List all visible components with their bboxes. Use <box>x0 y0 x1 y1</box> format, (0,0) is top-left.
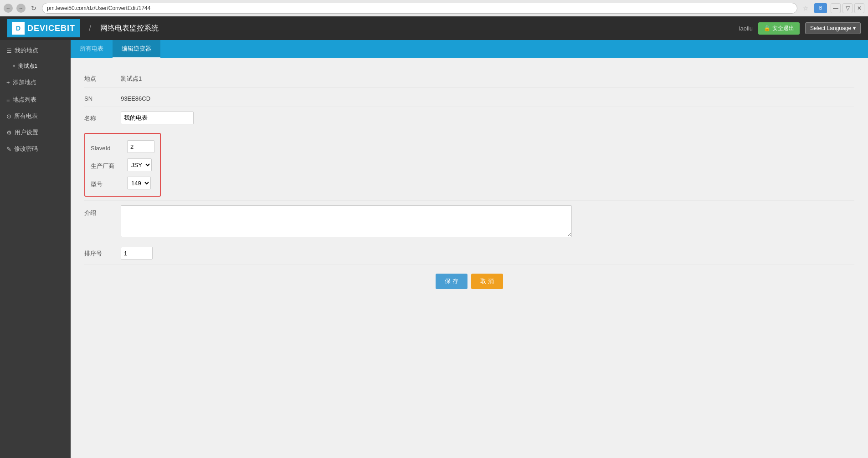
header-title: 网络电表监控系统 <box>100 24 159 33</box>
desc-textarea[interactable] <box>121 205 572 237</box>
form-row-order: 排序号 <box>84 242 854 265</box>
sidebar-item-my-sites[interactable]: 我的地点 <box>0 42 71 58</box>
sidebar-item-test-site[interactable]: 测试点1 <box>0 58 71 74</box>
maximize-button[interactable]: ▽ <box>842 3 853 13</box>
sidebar-item-add-site[interactable]: 添加地点 <box>0 74 71 91</box>
header-right: laoliu 🔒 安全退出 Select Language ▾ <box>739 22 861 35</box>
slaveid-input[interactable] <box>127 140 154 153</box>
menu-icon <box>6 47 12 54</box>
forward-button[interactable]: → <box>16 4 26 13</box>
minimize-button[interactable]: — <box>831 3 841 13</box>
form-buttons: 保 存 取 消 <box>84 265 854 294</box>
extension-icon[interactable]: B <box>814 3 827 13</box>
logout-button[interactable]: 🔒 安全退出 <box>758 22 800 35</box>
manufacturer-select[interactable]: JSY <box>127 158 152 171</box>
desc-label: 介绍 <box>84 205 121 217</box>
tab-all-meters[interactable]: 所有电表 <box>71 40 113 58</box>
form-row-desc: 介绍 <box>84 201 854 242</box>
meter-icon <box>6 113 11 120</box>
gear-icon <box>6 129 12 136</box>
cancel-button[interactable]: 取 消 <box>471 274 503 289</box>
chevron-down-icon: ▾ <box>853 25 856 31</box>
browser-actions: — ▽ ✕ <box>831 3 864 13</box>
highlight-row-slaveid: SlaveId <box>91 137 154 156</box>
model-label: 型号 <box>91 178 127 188</box>
logo-box: D DEVICEBIT <box>7 19 80 37</box>
model-select[interactable]: 149 <box>127 177 151 189</box>
sidebar-item-site-list[interactable]: 地点列表 <box>0 91 71 107</box>
close-button[interactable]: ✕ <box>854 3 864 13</box>
edit-icon <box>6 146 11 153</box>
sidebar: 我的地点 测试点1 添加地点 地点列表 所有电表 用户设置 修改密码 <box>0 40 71 458</box>
plus-icon <box>6 79 10 86</box>
site-label: 地点 <box>84 72 121 83</box>
tab-edit-converter[interactable]: 编辑逆变器 <box>113 40 160 58</box>
header-divider: / <box>89 24 91 33</box>
lock-icon: 🔒 <box>764 25 770 31</box>
back-button[interactable]: ← <box>4 4 13 13</box>
name-label: 名称 <box>84 112 121 122</box>
sn-label: SN <box>84 92 121 102</box>
site-value: 测试点1 <box>121 72 142 83</box>
highlight-row-model: 型号 149 <box>91 174 154 192</box>
sidebar-item-change-password[interactable]: 修改密码 <box>0 140 71 157</box>
save-button[interactable]: 保 存 <box>436 274 467 289</box>
browser-chrome: ← → ↻ ☆ B — ▽ ✕ <box>0 0 868 16</box>
form-row-highlighted: SlaveId 生产厂商 JSY 型号 <box>84 129 854 201</box>
form-row-sn: SN 93EE86CD <box>84 88 854 107</box>
sn-value: 93EE86CD <box>121 92 150 102</box>
logo-icon: D <box>12 22 25 35</box>
highlight-row-manufacturer: 生产厂商 JSY <box>91 156 154 174</box>
url-bar[interactable] <box>42 3 797 14</box>
form-row-name: 名称 <box>84 107 854 129</box>
slaveid-label: SlaveId <box>91 142 127 152</box>
sidebar-item-all-meters[interactable]: 所有电表 <box>0 107 71 124</box>
form-row-site: 地点 测试点1 <box>84 67 854 88</box>
language-selector[interactable]: Select Language ▾ <box>805 22 861 34</box>
app-body: 我的地点 测试点1 添加地点 地点列表 所有电表 用户设置 修改密码 <box>0 40 868 458</box>
content-area: 所有电表 编辑逆变器 地点 测试点1 SN 93EE86CD 名称 <box>71 40 868 458</box>
header-left: D DEVICEBIT / 网络电表监控系统 <box>7 19 159 37</box>
manufacturer-label: 生产厂商 <box>91 159 127 170</box>
order-label: 排序号 <box>84 247 121 258</box>
tab-bar: 所有电表 编辑逆变器 <box>71 40 868 58</box>
logo-text: DEVICEBIT <box>27 24 75 33</box>
refresh-button[interactable]: ↻ <box>29 4 38 13</box>
header-user: laoliu <box>739 25 753 32</box>
sidebar-item-user-settings[interactable]: 用户设置 <box>0 124 71 140</box>
bookmark-icon[interactable]: ☆ <box>801 5 811 12</box>
list-icon <box>6 97 10 103</box>
form-container: 地点 测试点1 SN 93EE86CD 名称 SlaveId <box>71 58 868 303</box>
app-header: D DEVICEBIT / 网络电表监控系统 laoliu 🔒 安全退出 Sel… <box>0 16 868 40</box>
order-input[interactable] <box>121 247 153 260</box>
name-input[interactable] <box>121 112 194 124</box>
